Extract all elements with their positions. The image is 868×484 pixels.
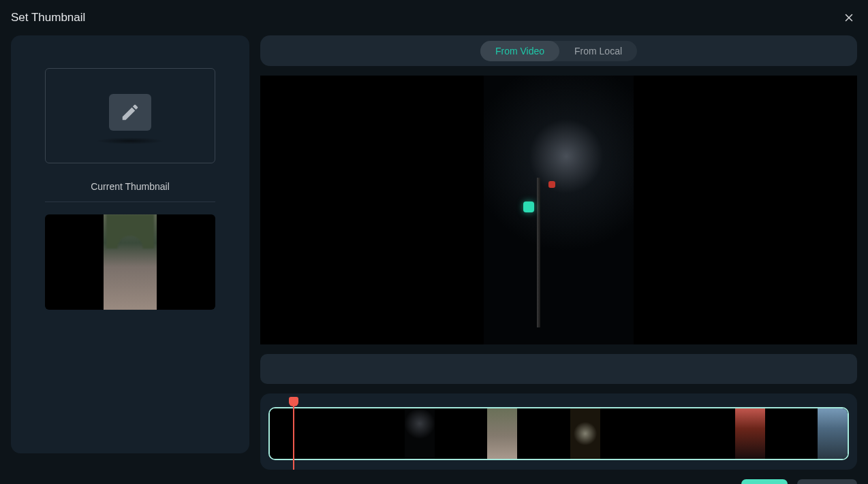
frame-thumb	[653, 408, 683, 459]
frame-thumb	[487, 408, 517, 459]
video-content	[484, 76, 634, 344]
timeline-frame[interactable]	[517, 408, 600, 459]
timeline-frame[interactable]	[765, 408, 848, 459]
timeline-frame[interactable]	[683, 408, 765, 459]
current-thumbnail-label: Current Thumbnail	[91, 181, 170, 192]
shadow	[96, 138, 164, 144]
frame-thumb	[735, 408, 765, 459]
video-frame	[320, 76, 797, 344]
thumbnail-selector-panel: From Video From Local	[260, 35, 857, 470]
pencil-icon	[120, 102, 140, 123]
pole-graphic	[537, 178, 540, 327]
frame-thumb	[570, 408, 600, 459]
divider	[45, 201, 215, 202]
tab-from-video[interactable]: From Video	[480, 41, 559, 61]
frame-thumb	[405, 408, 435, 459]
frame-thumb	[818, 408, 848, 459]
video-preview-area	[260, 76, 857, 344]
signal-red-graphic	[548, 181, 555, 188]
source-tabs: From Video From Local	[480, 41, 637, 61]
timeline-frame[interactable]	[352, 408, 435, 459]
timeline-panel	[260, 393, 857, 470]
preview-info-strip	[260, 354, 857, 384]
timeline-frame[interactable]	[600, 408, 683, 459]
close-button[interactable]	[841, 10, 857, 26]
dialog-header: Set Thumbnail	[11, 10, 857, 26]
signal-green-graphic	[523, 201, 534, 212]
edit-icon-container	[109, 94, 151, 131]
preview-image	[104, 214, 157, 310]
thumbnail-preview[interactable]	[45, 214, 215, 310]
dialog-title: Set Thumbnail	[11, 11, 85, 25]
dialog-footer: Edit Cancel	[11, 479, 857, 484]
tab-from-local[interactable]: From Local	[559, 41, 637, 61]
frame-thumb	[322, 408, 352, 459]
cancel-button[interactable]: Cancel	[797, 479, 857, 484]
current-thumbnail-panel: Current Thumbnail	[11, 35, 249, 453]
timeline-playhead[interactable]	[293, 399, 294, 470]
timeline-track[interactable]	[268, 407, 849, 460]
edit-button[interactable]: Edit	[741, 479, 788, 484]
timeline-frame[interactable]	[435, 408, 517, 459]
thumbnail-edit-box[interactable]	[45, 68, 215, 163]
timeline-frame[interactable]	[270, 408, 352, 459]
close-icon	[843, 12, 855, 24]
source-tabs-bar: From Video From Local	[260, 35, 857, 66]
